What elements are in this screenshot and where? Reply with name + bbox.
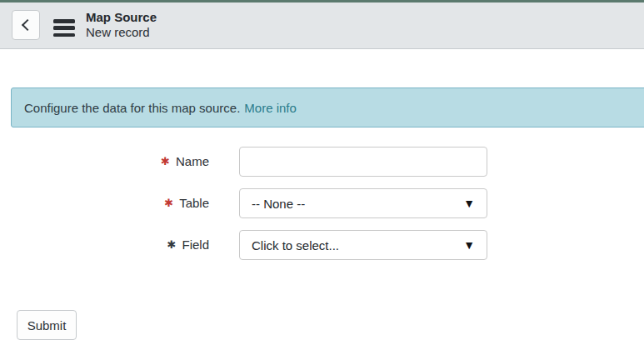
- context-menu-button[interactable]: [53, 19, 75, 37]
- table-label: ✱Table: [83, 188, 209, 218]
- field-select-value: Click to select...: [252, 238, 463, 252]
- dropdown-arrow-icon: ▼: [463, 198, 475, 209]
- table-select[interactable]: -- None -- ▼: [239, 188, 487, 218]
- header-bar: Map Source New record: [0, 2, 644, 49]
- hamburger-icon: [53, 19, 75, 23]
- field-select[interactable]: Click to select... ▼: [239, 230, 487, 260]
- submit-button[interactable]: Submit: [17, 310, 77, 340]
- form-row-table: ✱Table -- None -- ▼: [0, 188, 644, 218]
- page-subtitle: New record: [86, 25, 157, 40]
- info-banner: Configure the data for this map source. …: [11, 88, 644, 128]
- required-icon: ✱: [161, 147, 170, 177]
- name-label: ✱Name: [83, 147, 209, 177]
- title-block: Map Source New record: [86, 10, 157, 40]
- required-icon: ✱: [164, 188, 173, 218]
- field-label: ✱Field: [83, 230, 209, 260]
- required-icon: ✱: [167, 230, 177, 260]
- form-row-name: ✱Name: [0, 147, 644, 177]
- table-select-value: -- None --: [252, 197, 463, 211]
- page-title: Map Source: [86, 10, 157, 25]
- info-banner-message: Configure the data for this map source.: [24, 101, 240, 115]
- more-info-link[interactable]: More info: [244, 101, 297, 115]
- form-row-field: ✱Field Click to select... ▼: [0, 230, 644, 260]
- chevron-left-icon: [21, 19, 32, 31]
- dropdown-arrow-icon: ▼: [463, 239, 475, 251]
- back-button[interactable]: [12, 10, 40, 40]
- name-input[interactable]: [239, 147, 487, 177]
